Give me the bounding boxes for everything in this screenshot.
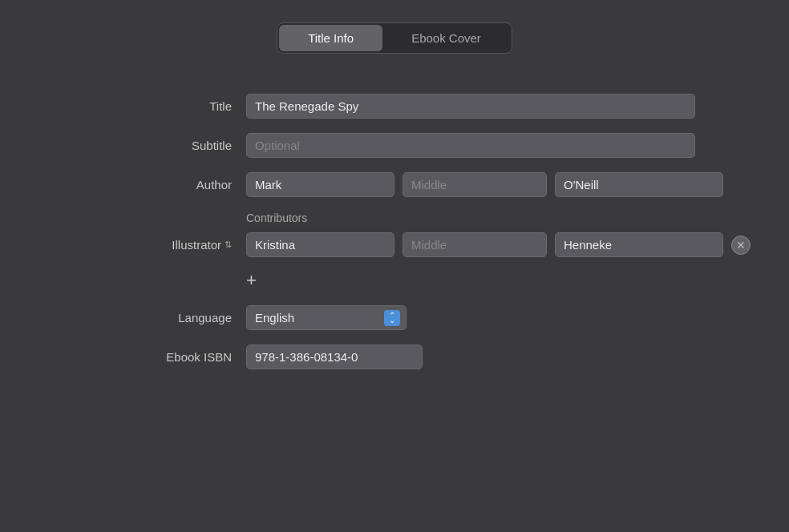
tab-title-info[interactable]: Title Info <box>279 25 382 51</box>
title-label: Title <box>94 99 246 113</box>
isbn-label: Ebook ISBN <box>94 350 246 364</box>
illustrator-row: Illustrator ⇅ ✕ <box>94 232 695 257</box>
language-row: Language English French Spanish German <box>94 305 695 330</box>
illustrator-label: Illustrator <box>172 238 221 252</box>
isbn-row: Ebook ISBN <box>94 345 695 369</box>
author-label: Author <box>94 178 246 191</box>
illustrator-stepper-icon[interactable]: ⇅ <box>225 240 232 250</box>
illustrator-label-wrapper: Illustrator ⇅ <box>94 238 246 252</box>
subtitle-input[interactable] <box>246 133 695 158</box>
tab-ebook-cover[interactable]: Ebook Cover <box>382 25 510 51</box>
isbn-input[interactable] <box>246 345 423 369</box>
title-row: Title <box>94 94 695 119</box>
tab-bar: Title Info Ebook Cover <box>277 22 512 54</box>
add-contributor-row: + <box>246 272 695 289</box>
contributors-heading: Contributors <box>246 212 695 224</box>
title-info-form: Title Subtitle Author Contributors Illus… <box>94 94 695 384</box>
language-select[interactable]: English French Spanish German <box>246 305 407 330</box>
language-label: Language <box>94 311 246 324</box>
remove-contributor-button[interactable]: ✕ <box>731 236 751 255</box>
illustrator-first-input[interactable] <box>246 232 394 257</box>
illustrator-middle-input[interactable] <box>403 232 547 257</box>
author-last-input[interactable] <box>555 172 723 197</box>
subtitle-label: Subtitle <box>94 139 246 152</box>
language-select-wrapper: English French Spanish German <box>246 305 407 330</box>
illustrator-last-input[interactable] <box>555 232 723 257</box>
subtitle-row: Subtitle <box>94 133 695 158</box>
author-middle-input[interactable] <box>403 172 547 197</box>
author-row: Author <box>94 172 695 197</box>
author-first-input[interactable] <box>246 172 394 197</box>
title-input[interactable] <box>246 94 695 119</box>
add-contributor-button[interactable]: + <box>246 272 257 289</box>
